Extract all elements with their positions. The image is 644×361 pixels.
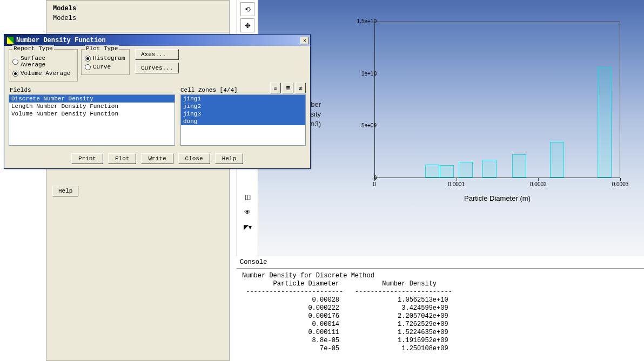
list-item[interactable]: jing2 — [181, 103, 305, 110]
zones-select-all-icon[interactable]: ≡ — [270, 83, 281, 93]
report-type-group: Report Type Surface Average Volume Avera… — [9, 49, 78, 81]
help-button[interactable]: Help — [52, 186, 78, 196]
box-icon[interactable]: ◫ — [242, 191, 253, 203]
chart-plot-area — [374, 22, 620, 178]
chart-bar — [550, 142, 564, 178]
console-output[interactable]: Number Density for Discrete Method Parti… — [237, 269, 644, 356]
curves-button[interactable]: Curves... — [135, 63, 179, 73]
chart-xlabel: Particle Diameter (m) — [374, 194, 620, 202]
chart-bar — [459, 162, 473, 178]
console: Console Number Density for Discrete Meth… — [237, 256, 644, 361]
dialog-icon — [6, 37, 14, 44]
flag-icon[interactable]: ◤▾ — [242, 221, 253, 233]
models-title: Models — [46, 1, 229, 15]
eye-icon[interactable]: 👁 — [242, 206, 253, 218]
console-label: Console — [237, 256, 644, 269]
list-item[interactable]: Length Number Density Function — [9, 103, 175, 110]
close-button[interactable]: Close — [178, 153, 210, 164]
plot-type-legend: Plot Type — [85, 45, 119, 52]
models-panel: Models Models — [46, 0, 230, 32]
move-icon[interactable]: ✥ — [240, 18, 254, 32]
write-button[interactable]: Write — [141, 153, 173, 164]
print-button[interactable]: Print — [71, 153, 103, 164]
models-subtitle: Models — [46, 15, 229, 22]
zones-deselect-icon[interactable]: ≢ — [295, 83, 306, 93]
chart-xtick: 0.0002 — [530, 181, 547, 187]
plot-button[interactable]: Plot — [108, 153, 136, 164]
fields-label: Fields — [10, 87, 175, 93]
list-item[interactable]: dong — [181, 118, 305, 125]
number-density-dialog: Number Density Function ✕ Report Type Su… — [4, 34, 311, 169]
axes-button[interactable]: Axes... — [135, 49, 179, 60]
list-item[interactable]: Volume Number Density Function — [9, 110, 175, 118]
fields-listbox[interactable]: Discrete Number DensityLength Number Den… — [9, 94, 175, 146]
radio-volume-average[interactable]: Volume Average — [12, 69, 74, 78]
chart-bar — [598, 67, 612, 178]
chart-xtick: 0.0001 — [448, 181, 465, 187]
cell-zones-label: Cell Zones [4/4] — [180, 87, 238, 93]
chart-bar — [482, 160, 497, 178]
dialog-titlebar[interactable]: Number Density Function ✕ — [4, 35, 310, 46]
cell-zones-listbox[interactable]: jing1jing2jing3dong — [180, 94, 306, 146]
chart-bar — [425, 165, 439, 178]
dialog-help-button[interactable]: Help — [215, 153, 243, 164]
chart: 05e+091e+101.5e+1000.00010.00020.0003 Pa… — [345, 22, 626, 200]
radio-surface-average[interactable]: Surface Average — [12, 54, 74, 69]
close-icon[interactable]: ✕ — [300, 37, 309, 44]
list-item[interactable]: Discrete Number Density — [9, 95, 175, 103]
radio-curve[interactable]: Curve — [85, 63, 126, 71]
chart-xtick: 0.0003 — [612, 181, 629, 187]
list-item[interactable]: jing1 — [181, 95, 305, 103]
chart-bar — [512, 154, 526, 178]
zones-select-some-icon[interactable]: ≣ — [283, 83, 293, 93]
report-type-legend: Report Type — [12, 45, 54, 52]
chart-bar — [440, 165, 454, 178]
plot-type-group: Plot Type Histogram Curve — [81, 49, 130, 75]
chart-ytick: 1.5e+10 — [357, 18, 377, 24]
radio-histogram[interactable]: Histogram — [85, 54, 126, 63]
refresh-icon[interactable]: ⟲ — [240, 2, 254, 16]
dialog-title: Number Density Function — [16, 37, 106, 44]
list-item[interactable]: jing3 — [181, 110, 305, 118]
chart-xtick: 0 — [373, 181, 376, 187]
